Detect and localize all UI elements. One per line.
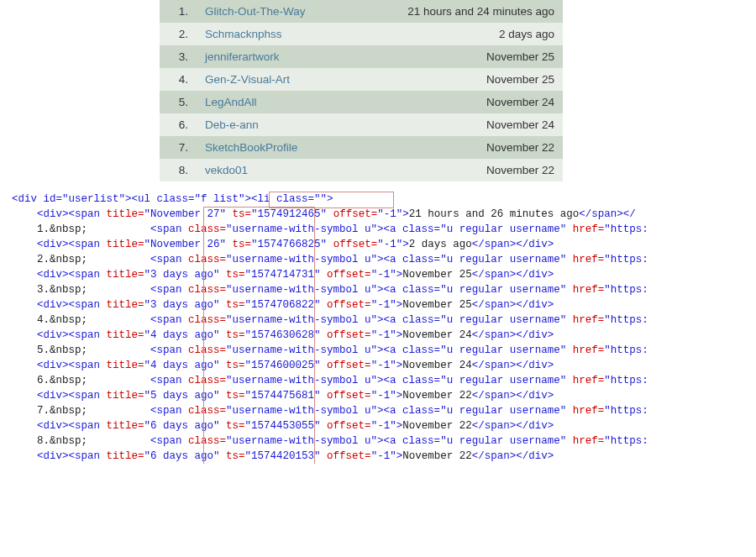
row-username: Deb-e-ann [197, 113, 349, 136]
user-row: 5. LegAndAll November 24 [160, 91, 563, 113]
user-list: 1. Glitch-Out-The-Way 21 hours and 24 mi… [160, 0, 563, 181]
user-row: 1. Glitch-Out-The-Way 21 hours and 24 mi… [160, 0, 563, 23]
row-index: 3. [160, 45, 197, 68]
user-row: 8. vekdo01 November 22 [160, 159, 563, 181]
row-time: November 24 [349, 113, 563, 136]
row-time: November 25 [349, 45, 563, 68]
row-time: November 22 [349, 136, 563, 159]
row-time: November 25 [349, 68, 563, 91]
row-time: November 22 [349, 159, 563, 181]
user-row: 4. Gen-Z-Visual-Art November 25 [160, 68, 563, 91]
source-line: 6.&nbsp; <span class="username-with-symb… [12, 373, 756, 388]
source-line: 5.&nbsp; <span class="username-with-symb… [12, 343, 756, 358]
source-line: 1.&nbsp; <span class="username-with-symb… [12, 222, 756, 237]
row-time: 2 days ago [349, 23, 563, 45]
user-row: 7. SketchBookProfile November 22 [160, 136, 563, 159]
username-link[interactable]: Glitch-Out-The-Way [205, 5, 306, 18]
row-username: LegAndAll [197, 91, 349, 113]
row-username: Schmacknphss [197, 23, 349, 45]
row-time: 21 hours and 24 minutes ago [349, 0, 563, 23]
row-index: 1. [160, 0, 197, 23]
row-time: November 24 [349, 91, 563, 113]
username-link[interactable]: Gen-Z-Visual-Art [205, 73, 290, 86]
username-link[interactable]: jenniferartwork [205, 50, 280, 63]
row-index: 5. [160, 91, 197, 113]
source-line: <div><span title="6 days ago" ts="157442… [12, 449, 756, 464]
username-link[interactable]: vekdo01 [205, 164, 248, 176]
source-line: <div><span title="5 days ago" ts="157447… [12, 388, 756, 403]
source-line: <div><span title="4 days ago" ts="157463… [12, 328, 756, 343]
username-link[interactable]: LegAndAll [205, 96, 257, 108]
source-view[interactable]: <div id="userlist"><ul class="f list"><l… [12, 192, 756, 464]
row-username: SketchBookProfile [197, 136, 349, 159]
source-line: <div><span title="November 26" ts="15747… [12, 237, 756, 252]
user-row: 2. Schmacknphss 2 days ago [160, 23, 563, 45]
user-row: 6. Deb-e-ann November 24 [160, 113, 563, 136]
row-username: Glitch-Out-The-Way [197, 0, 349, 23]
username-link[interactable]: SketchBookProfile [205, 141, 297, 154]
row-username: jenniferartwork [197, 45, 349, 68]
source-line: <div><span title="3 days ago" ts="157471… [12, 267, 756, 282]
source-line: 8.&nbsp; <span class="username-with-symb… [12, 434, 756, 449]
source-line: 4.&nbsp; <span class="username-with-symb… [12, 313, 756, 328]
row-index: 8. [160, 159, 197, 181]
source-line: 2.&nbsp; <span class="username-with-symb… [12, 252, 756, 267]
username-link[interactable]: Schmacknphss [205, 28, 282, 40]
source-line: 3.&nbsp; <span class="username-with-symb… [12, 282, 756, 297]
source-line: <div><span title="November 27" ts="15749… [12, 207, 756, 222]
row-username: Gen-Z-Visual-Art [197, 68, 349, 91]
user-row: 3. jenniferartwork November 25 [160, 45, 563, 68]
source-line: <div><span title="4 days ago" ts="157460… [12, 358, 756, 373]
source-line: <div><span title="3 days ago" ts="157470… [12, 297, 756, 313]
username-link[interactable]: Deb-e-ann [205, 118, 259, 131]
row-index: 7. [160, 136, 197, 159]
source-line: <div id="userlist"><ul class="f list"><l… [12, 192, 756, 207]
source-line: <div><span title="6 days ago" ts="157445… [12, 418, 756, 434]
row-index: 6. [160, 113, 197, 136]
source-line: 7.&nbsp; <span class="username-with-symb… [12, 403, 756, 418]
row-index: 4. [160, 68, 197, 91]
row-index: 2. [160, 23, 197, 45]
row-username: vekdo01 [197, 159, 349, 181]
